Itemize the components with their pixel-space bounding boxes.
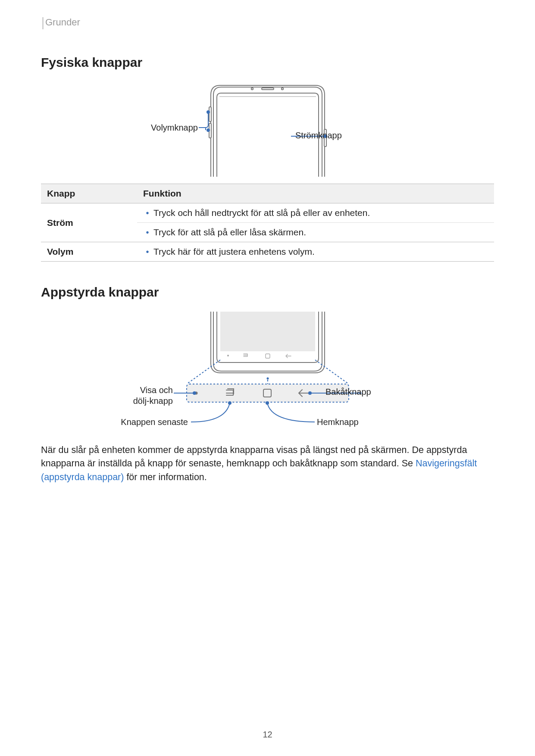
running-head: Grunder [42, 17, 494, 29]
bullet-icon: • [141, 228, 153, 237]
page-number: 12 [0, 730, 535, 740]
svg-point-7 [207, 111, 210, 113]
fn-text: Tryck för att slå på eller låsa skärmen. [153, 227, 306, 237]
para-text-1: När du slår på enheten kommer de appstyr… [41, 445, 467, 469]
page: Grunder Fysiska knappar [0, 0, 535, 756]
soft-keys-figure: Visa och dölj-knapp Knappen senaste Bakå… [41, 312, 494, 437]
bullet-icon: • [141, 209, 153, 217]
key-name-power: Ström [41, 203, 137, 242]
para-text-2: för mer information. [124, 472, 206, 482]
table-row: Volym • Tryck här för att justera enhete… [41, 242, 494, 262]
back-callout-label: Bakåtknapp [325, 387, 371, 397]
svg-point-25 [228, 402, 231, 404]
svg-point-26 [266, 402, 269, 404]
recents-callout-label: Knappen senaste [121, 417, 188, 427]
svg-point-20 [267, 378, 269, 380]
volume-key-callout-label: Volymknapp [151, 123, 198, 133]
show-hide-callout-label: Visa och dölj-knapp [133, 385, 173, 406]
home-callout-label: Hemknapp [317, 417, 359, 427]
svg-rect-11 [220, 312, 315, 351]
svg-rect-1 [262, 88, 274, 90]
svg-point-12 [228, 355, 229, 356]
soft-keys-heading: Appstyrda knappar [41, 285, 494, 300]
physical-keys-heading: Fysiska knappar [41, 55, 494, 70]
power-key-callout-label: Strömknapp [295, 131, 342, 141]
table-fn-item: • Tryck här för att justera enhetens vol… [137, 242, 494, 261]
physical-keys-table: Knapp Funktion Ström • Tryck och håll ne… [41, 184, 494, 262]
svg-point-2 [282, 88, 283, 90]
body-paragraph: När du slår på enheten kommer de appstyr… [41, 444, 494, 484]
physical-keys-figure: Volymknapp Strömknapp [41, 82, 494, 177]
phone-bottom-illustration [41, 312, 494, 437]
table-fn-item: • Tryck och håll nedtryckt för att slå p… [137, 203, 494, 222]
bullet-icon: • [141, 247, 153, 256]
table-fn-item: • Tryck för att slå på eller låsa skärme… [137, 222, 494, 242]
svg-point-22 [193, 392, 196, 394]
phone-top-illustration [41, 82, 494, 177]
fn-text: Tryck här för att justera enhetens volym… [153, 247, 315, 257]
table-head-function: Funktion [137, 184, 494, 203]
table-head-key: Knapp [41, 184, 137, 203]
svg-rect-4 [209, 107, 211, 122]
table-row: Ström • Tryck och håll nedtryckt för att… [41, 203, 494, 242]
fn-text: Tryck och håll nedtryckt för att slå på … [153, 208, 370, 218]
key-name-volume: Volym [41, 242, 137, 262]
svg-point-8 [207, 129, 210, 131]
svg-point-24 [309, 392, 311, 394]
svg-point-0 [251, 88, 253, 90]
